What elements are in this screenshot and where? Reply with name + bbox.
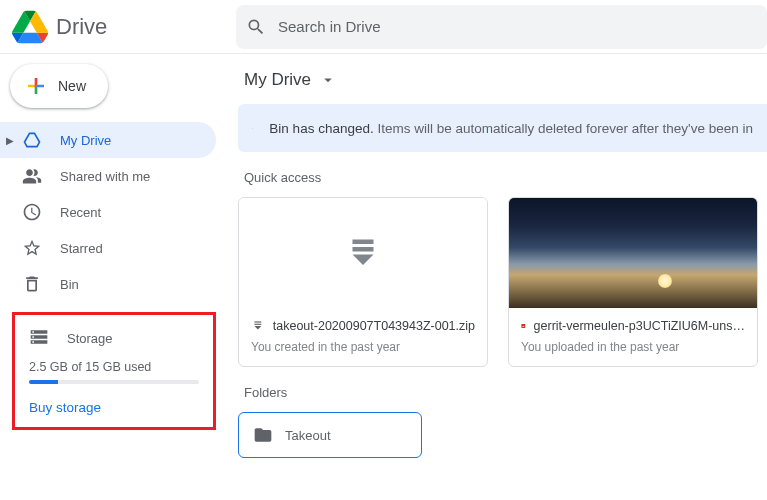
folder-name: Takeout	[285, 428, 331, 443]
product-name: Drive	[56, 14, 107, 40]
nav-shared[interactable]: Shared with me	[0, 158, 216, 194]
buy-storage-link[interactable]: Buy storage	[23, 384, 205, 415]
folder-card[interactable]: Takeout	[238, 412, 422, 458]
folder-icon	[253, 425, 273, 445]
nav-label: Shared with me	[60, 169, 150, 184]
breadcrumb[interactable]: My Drive	[238, 70, 767, 90]
nav-recent[interactable]: Recent	[0, 194, 216, 230]
image-icon	[521, 318, 526, 334]
drive-logo[interactable]: Drive	[0, 9, 228, 45]
quick-access-card[interactable]: gerrit-vermeulen-p3UCTiZIU6M-uns… You up…	[508, 197, 758, 367]
info-icon	[252, 118, 253, 138]
storage-icon	[29, 327, 49, 350]
search-input[interactable]	[278, 18, 757, 35]
card-subtitle: You uploaded in the past year	[521, 340, 745, 354]
quick-access-label: Quick access	[244, 170, 767, 185]
quick-access-card[interactable]: takeout-20200907T043943Z-001.zip You cre…	[238, 197, 488, 367]
recent-icon	[22, 202, 42, 222]
chevron-down-icon	[319, 71, 337, 89]
new-button-label: New	[58, 78, 86, 94]
storage-label: Storage	[67, 331, 113, 346]
nav-bin[interactable]: Bin	[0, 266, 216, 302]
storage-section: Storage 2.5 GB of 15 GB used Buy storage	[12, 312, 216, 430]
folders-label: Folders	[244, 385, 767, 400]
archive-icon	[345, 235, 381, 271]
card-subtitle: You created in the past year	[251, 340, 475, 354]
svg-rect-1	[353, 247, 374, 252]
info-banner: Bin has changed. Items will be automatic…	[238, 104, 767, 152]
breadcrumb-label: My Drive	[244, 70, 311, 90]
nav-storage[interactable]: Storage	[23, 323, 205, 360]
plus-icon	[24, 74, 48, 98]
svg-rect-0	[353, 240, 374, 245]
card-title: takeout-20200907T043943Z-001.zip	[273, 319, 475, 333]
storage-used-text: 2.5 GB of 15 GB used	[23, 360, 205, 374]
nav-label: Starred	[60, 241, 103, 256]
svg-rect-2	[254, 321, 261, 322]
drive-triangle-icon	[12, 9, 48, 45]
card-title: gerrit-vermeulen-p3UCTiZIU6M-uns…	[534, 319, 745, 333]
chevron-right-icon: ▶	[6, 135, 14, 146]
svg-rect-4	[521, 324, 525, 328]
zip-icon	[251, 318, 265, 334]
search-icon	[246, 17, 266, 37]
mydrive-icon	[22, 130, 42, 150]
nav-my-drive[interactable]: ▶ My Drive	[0, 122, 216, 158]
banner-subtitle: Items will be automatically deleted fore…	[377, 121, 753, 136]
nav-label: Bin	[60, 277, 79, 292]
svg-rect-3	[254, 324, 261, 325]
nav-label: Recent	[60, 205, 101, 220]
banner-title: Bin has changed.	[269, 121, 373, 136]
bin-icon	[22, 274, 42, 294]
nav-label: My Drive	[60, 133, 111, 148]
nav-starred[interactable]: Starred	[0, 230, 216, 266]
new-button[interactable]: New	[10, 64, 108, 108]
search-bar[interactable]	[236, 5, 767, 49]
photo-thumbnail	[509, 198, 757, 308]
zip-thumbnail	[239, 198, 487, 308]
shared-icon	[22, 166, 42, 186]
starred-icon	[22, 238, 42, 258]
storage-progress	[29, 380, 199, 384]
